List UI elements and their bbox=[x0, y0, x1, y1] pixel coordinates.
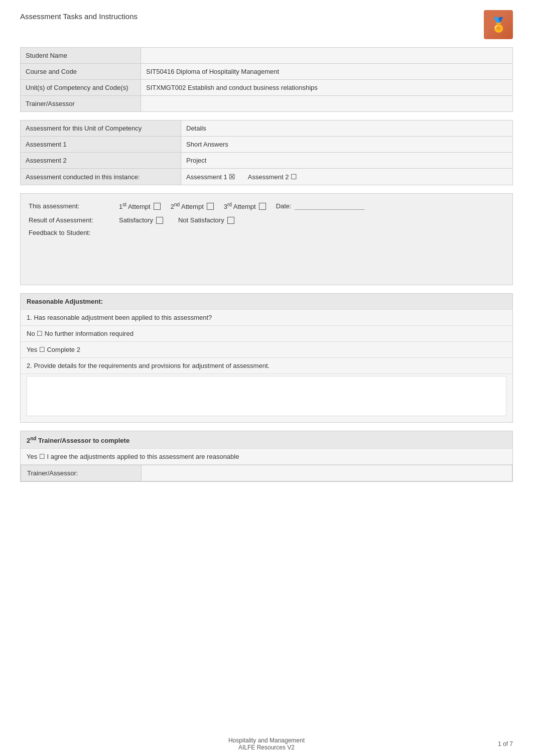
result-row: Result of Assessment: Satisfactory Not S… bbox=[29, 216, 504, 224]
page-header: Assessment Tasks and Instructions 🏅 bbox=[20, 10, 513, 39]
attempt3-checkbox[interactable] bbox=[259, 203, 266, 210]
reasonable-header: Reasonable Adjustment: bbox=[21, 294, 512, 310]
course-code-value: SIT50416 Diploma of Hospitality Manageme… bbox=[141, 64, 513, 80]
attempt1-checkbox[interactable] bbox=[154, 203, 161, 210]
date-field: Date: bbox=[276, 202, 365, 210]
table-row: Assessment for this Unit of Competency D… bbox=[21, 120, 513, 137]
provision-space bbox=[27, 376, 506, 416]
table-row: Assessment 1 Short Answers bbox=[21, 137, 513, 153]
table-row: Trainer/Assessor bbox=[21, 96, 513, 112]
footer-center: Hospitality and Management AILFE Resourc… bbox=[80, 737, 453, 751]
not-satisfactory-checkbox[interactable] bbox=[227, 217, 234, 224]
reasonable-no-row: No ☐ No further information required bbox=[21, 326, 512, 342]
trainer2-section: 2nd Trainer/Assessor to complete Yes ☐ I… bbox=[20, 431, 513, 481]
table-row: Course and Code SIT50416 Diploma of Hosp… bbox=[21, 64, 513, 80]
trainer2-header-text: 2nd Trainer/Assessor to complete bbox=[27, 437, 129, 444]
no-checkbox[interactable]: ☐ bbox=[37, 330, 43, 337]
attempt3-item: 3rd Attempt bbox=[224, 202, 266, 210]
satisfactory-label: Satisfactory bbox=[119, 216, 153, 224]
feedback-label: Feedback to Student: bbox=[29, 229, 91, 236]
trainer2-assessor-label: Trainer/Assessor: bbox=[21, 465, 142, 481]
course-code-label: Course and Code bbox=[21, 64, 141, 80]
assessment2-checkbox[interactable]: ☐ bbox=[291, 173, 297, 181]
assessment1-value: Short Answers bbox=[181, 137, 513, 153]
trainer2-assessor-label-text: Trainer/Assessor: bbox=[27, 469, 78, 477]
reasonable-section: Reasonable Adjustment: 1. Has reasonable… bbox=[20, 293, 513, 423]
attempt1-label: 1st Attempt bbox=[119, 202, 151, 210]
footer-right: 1 of 7 bbox=[453, 740, 513, 747]
unit-competency-value: SITXMGT002 Establish and conduct busines… bbox=[141, 80, 513, 96]
conducted-label: Assessment conducted in this instance: bbox=[21, 169, 181, 185]
result-label: Result of Assessment: bbox=[29, 216, 119, 224]
attempt2-label: 2nd Attempt bbox=[171, 202, 204, 210]
assessment1-label: Assessment 1 bbox=[21, 137, 181, 153]
reasonable-header-text: Reasonable Adjustment: bbox=[27, 298, 103, 305]
conducted-value: Assessment 1 ☒ Assessment 2 ☐ bbox=[181, 169, 513, 185]
reasonable-yes-row: Yes ☐ Complete 2 bbox=[21, 342, 512, 358]
yes-checkbox[interactable]: ☐ bbox=[39, 346, 45, 353]
assessment1-checkbox[interactable]: ☒ bbox=[229, 173, 235, 181]
student-name-label: Student Name bbox=[21, 48, 141, 64]
date-label: Date: bbox=[276, 202, 292, 210]
attempt2-checkbox[interactable] bbox=[207, 203, 214, 210]
competency-col2-header: Details bbox=[181, 120, 513, 137]
page-title: Assessment Tasks and Instructions bbox=[20, 10, 138, 21]
assessment2-label: Assessment 2 bbox=[21, 153, 181, 169]
trainer2-assessor-row: Trainer/Assessor: bbox=[21, 465, 512, 481]
trainer2-yes-row: Yes ☐ I agree the adjustments applied to… bbox=[21, 449, 512, 465]
trainer2-yes-statement: Yes ☐ I agree the adjustments applied to… bbox=[27, 453, 239, 460]
logo-icon: 🏅 bbox=[484, 10, 513, 39]
competency-table: Assessment for this Unit of Competency D… bbox=[20, 120, 513, 185]
footer-line1: Hospitality and Management bbox=[80, 737, 453, 744]
reasonable-no-option: No ☐ No further information required bbox=[27, 330, 134, 337]
satisfactory-option: Satisfactory bbox=[119, 216, 163, 224]
reasonable-question2-row: 2. Provide details for the requirements … bbox=[21, 358, 512, 374]
attempt2-item: 2nd Attempt bbox=[171, 202, 214, 210]
attempt3-label: 3rd Attempt bbox=[224, 202, 256, 210]
date-input-line bbox=[295, 203, 365, 210]
satisfactory-checkbox[interactable] bbox=[156, 217, 163, 224]
competency-col1-header: Assessment for this Unit of Competency bbox=[21, 120, 181, 137]
trainer2-yes-checkbox[interactable]: ☐ bbox=[39, 453, 45, 460]
assessment2-value: Project bbox=[181, 153, 513, 169]
attempt1-item: 1st Attempt bbox=[119, 202, 161, 210]
reasonable-question1-row: 1. Has reasonable adjustment been applie… bbox=[21, 310, 512, 326]
unit-competency-label: Unit(s) of Competency and Code(s) bbox=[21, 80, 141, 96]
trainer2-header: 2nd Trainer/Assessor to complete bbox=[21, 431, 512, 448]
not-satisfactory-option: Not Satisfactory bbox=[178, 216, 234, 224]
reasonable-question2: 2. Provide details for the requirements … bbox=[27, 362, 270, 369]
trainer-assessor-label: Trainer/Assessor bbox=[21, 96, 141, 112]
reasonable-yes-option: Yes ☐ Complete 2 bbox=[27, 346, 80, 353]
table-row: Assessment conducted in this instance: A… bbox=[21, 169, 513, 185]
trainer2-assessor-value bbox=[142, 465, 512, 481]
reasonable-question1: 1. Has reasonable adjustment been applie… bbox=[27, 314, 212, 321]
assessment-box: This assessment: 1st Attempt 2nd Attempt… bbox=[20, 193, 513, 285]
student-name-value bbox=[141, 48, 513, 64]
attempt-group: 1st Attempt 2nd Attempt 3rd Attempt Date… bbox=[119, 202, 365, 210]
table-row: Unit(s) of Competency and Code(s) SITXMG… bbox=[21, 80, 513, 96]
result-options: Satisfactory Not Satisfactory bbox=[119, 216, 234, 224]
feedback-space bbox=[29, 236, 504, 277]
not-satisfactory-label: Not Satisfactory bbox=[178, 216, 224, 224]
footer-line2: AILFE Resources V2 bbox=[80, 744, 453, 751]
table-row: Assessment 2 Project bbox=[21, 153, 513, 169]
table-row: Student Name bbox=[21, 48, 513, 64]
this-assessment-label: This assessment: bbox=[29, 202, 119, 210]
page-footer: Hospitality and Management AILFE Resourc… bbox=[20, 737, 513, 751]
trainer-assessor-value bbox=[141, 96, 513, 112]
attempt-row: This assessment: 1st Attempt 2nd Attempt… bbox=[29, 202, 504, 210]
feedback-section: Feedback to Student: bbox=[29, 229, 504, 277]
info-table: Student Name Course and Code SIT50416 Di… bbox=[20, 47, 513, 112]
